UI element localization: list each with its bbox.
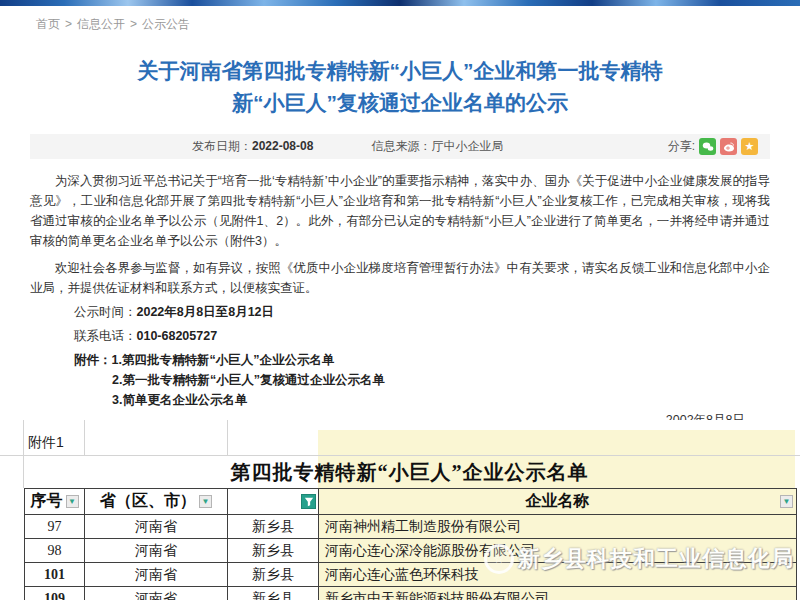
table-row: 98 河南省 新乡县 河南心连心深冷能源股份有限公司 — [25, 539, 797, 563]
cell-no: 101 — [25, 563, 85, 587]
cell-company: 河南心连心蓝色环保科技 — [319, 563, 797, 587]
cell-no: 97 — [25, 515, 85, 539]
page-title-line2: 新“小巨人”复核通过企业名单的公示 — [232, 91, 568, 114]
share-box: 分享: ★ — [668, 138, 758, 155]
attachment-cell-row: 附件1 — [0, 430, 800, 456]
cell-province: 河南省 — [85, 587, 228, 600]
breadcrumb-announcements[interactable]: 公示公告 — [142, 17, 190, 31]
cell-no: 98 — [25, 539, 85, 563]
breadcrumb: 首页>信息公开>公示公告 — [36, 16, 800, 31]
cell-company: 河南神州精工制造股份有限公司 — [319, 515, 797, 539]
page-title: 关于河南省第四批专精特新“小巨人”企业和第一批专精特 新“小巨人”复核通过企业名… — [30, 55, 770, 118]
enterprise-table: 序号▼ 省（区、市）▼ 企业名称▼ 97 河南省 新乡县 河南神州精工制造股份有… — [24, 488, 797, 600]
breadcrumb-separator: > — [130, 17, 137, 31]
attachment-item-1: 附件：1.第四批专精特新“小巨人”企业公示名单 — [30, 350, 770, 370]
page-title-line1: 关于河南省第四批专精特新“小巨人”企业和第一批专精特 — [138, 59, 663, 82]
cell-county: 新乡县 — [228, 539, 319, 563]
publicity-time-line: 公示时间：2022年8月8日至8月12日 — [30, 302, 770, 322]
info-source: 信息来源：厅中小企业局 — [371, 138, 503, 155]
cell-county: 新乡县 — [228, 563, 319, 587]
table-row: 97 河南省 新乡县 河南神州精工制造股份有限公司 — [25, 515, 797, 539]
breadcrumb-info-disclosure[interactable]: 信息公开 — [77, 17, 125, 31]
wechat-share-icon[interactable] — [699, 138, 716, 155]
cell-province: 河南省 — [85, 539, 228, 563]
article-body: 关于河南省第四批专精特新“小巨人”企业和第一批专精特 新“小巨人”复核通过企业名… — [30, 55, 770, 429]
publish-date: 发布日期：2022-08-08 — [192, 138, 313, 155]
sheet-title: 第四批专精特新“小巨人”企业公示名单 — [231, 461, 589, 483]
contact-phone-line: 联系电话：010-68205727 — [30, 326, 770, 346]
table-row: 109 河南省 新乡县 新乡市中天新能源科技股份有限公司 — [25, 587, 797, 600]
cell-company: 河南心连心深冷能源股份有限公司 — [319, 539, 797, 563]
header-county — [228, 489, 319, 515]
sheet-title-row: 第四批专精特新“小巨人”企业公示名单 — [24, 456, 795, 488]
attachment-item-3: 3.简单更名企业公示名单 — [30, 390, 770, 410]
top-blue-band — [0, 0, 800, 6]
weibo-share-icon[interactable] — [720, 138, 737, 155]
breadcrumb-separator: > — [65, 17, 72, 31]
cell-county: 新乡县 — [228, 587, 319, 600]
table-header-row: 序号▼ 省（区、市）▼ 企业名称▼ — [25, 489, 797, 515]
attachment1-cell: 附件1 — [28, 434, 64, 452]
favorite-star-icon[interactable]: ★ — [741, 138, 758, 155]
attachment-item-2: 2.第一批专精特新“小巨人”复核通过企业公示名单 — [30, 370, 770, 390]
breadcrumb-home[interactable]: 首页 — [36, 17, 60, 31]
meta-bar: 发布日期：2022-08-08 信息来源：厅中小企业局 分享: ★ — [30, 134, 770, 159]
cell-province: 河南省 — [85, 563, 228, 587]
cell-no: 109 — [25, 587, 85, 600]
header-company: 企业名称▼ — [319, 489, 797, 515]
header-province: 省（区、市）▼ — [85, 489, 228, 515]
paragraph-2: 欢迎社会各界参与监督，如有异议，按照《优质中小企业梯度培育管理暂行办法》中有关要… — [30, 258, 770, 298]
filter-dropdown-icon[interactable]: ▼ — [780, 495, 793, 508]
spreadsheet-area: 附件1 第四批专精特新“小巨人”企业公示名单 序号▼ 省（区、市）▼ 企业名称▼… — [0, 420, 800, 600]
filter-dropdown-icon[interactable]: ▼ — [199, 495, 212, 508]
cell-province: 河南省 — [85, 515, 228, 539]
share-label: 分享: — [668, 138, 695, 155]
filter-dropdown-icon[interactable]: ▼ — [66, 495, 79, 508]
attachments-block: 附件：1.第四批专精特新“小巨人”企业公示名单 2.第一批专精特新“小巨人”复核… — [30, 350, 770, 410]
filter-funnel-icon[interactable] — [301, 494, 316, 509]
header-no: 序号▼ — [25, 489, 85, 515]
cell-county: 新乡县 — [228, 515, 319, 539]
paragraph-1: 为深入贯彻习近平总书记关于“培育一批‘专精特新’中小企业”的重要指示精神，落实中… — [30, 171, 770, 251]
cell-company: 新乡市中天新能源科技股份有限公司 — [319, 587, 797, 600]
table-row: 101 河南省 新乡县 河南心连心蓝色环保科技 — [25, 563, 797, 587]
